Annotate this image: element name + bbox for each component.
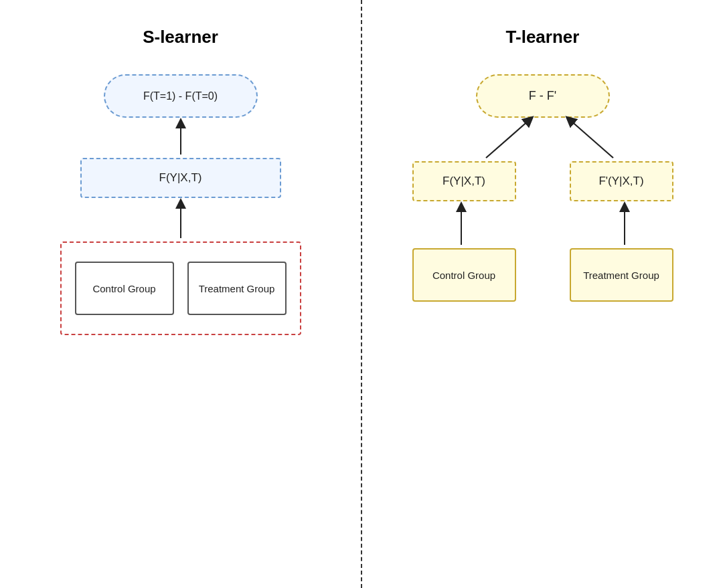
t-output-ellipse: F - F' (476, 74, 610, 118)
t-control-group-box: Control Group (412, 248, 516, 302)
s-learner-panel: S-learner F(T=1) - F(T=0) F(Y|X,T) (0, 0, 361, 588)
s-learner-title: S-learner (143, 27, 218, 47)
t-learner-title: T-learner (506, 27, 580, 47)
arrow-model-to-groups (171, 198, 191, 241)
s-model-box: F(Y|X,T) (80, 158, 281, 198)
t-model-box-right: F'(Y|X,T) (570, 161, 673, 201)
t-learner-panel: T-learner F - F' F(Y|X,T) (362, 0, 723, 588)
arrow-right-group-to-model (615, 201, 635, 248)
t-learner-diagram: F - F' F(Y|X,T) F'(Y|X,T (399, 74, 687, 509)
arrow-ellipse-to-model (171, 118, 191, 158)
s-learner-diagram: F(T=1) - F(T=0) F(Y|X,T) (54, 74, 308, 509)
svg-line-2 (486, 120, 530, 158)
arrow-left-group-to-model (451, 201, 471, 248)
s-output-ellipse: F(T=1) - F(T=0) (104, 74, 258, 118)
t-model-box-left: F(Y|X,T) (412, 161, 516, 201)
arrow-left-model-to-ellipse (479, 114, 540, 161)
s-treatment-group-box: Treatment Group (187, 262, 287, 315)
t-treatment-group-box: Treatment Group (570, 248, 673, 302)
s-control-group-box: Control Group (75, 262, 174, 315)
arrow-right-model-to-ellipse (560, 114, 620, 161)
svg-line-3 (570, 120, 613, 158)
s-groups-outer-box: Control Group Treatment Group (60, 241, 301, 335)
